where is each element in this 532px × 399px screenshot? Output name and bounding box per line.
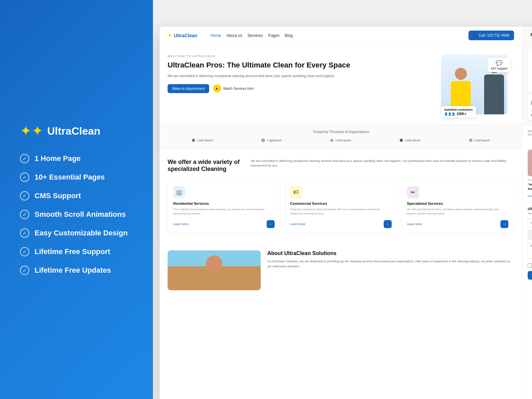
nav-link-services[interactable]: Services (247, 33, 263, 38)
testimonial-main-card: 👨 "The cleaning crew did an amazing job … (528, 49, 532, 91)
check-icon: ✓ (20, 154, 29, 163)
trusted-logo-3: ✳ Lorel Ipsum (330, 138, 351, 143)
read-more-link[interactable]: Read More → (528, 195, 532, 198)
services-description: We are committed to delivering exception… (251, 159, 514, 173)
contact-agree-checkbox-row: I agree that my submitted data is being … (528, 263, 532, 268)
service-card-specialized: ✂ Specialized Services We offer speciali… (401, 181, 514, 234)
trusted-logo-2: ⚙ Logoipsum (261, 138, 282, 143)
about-description: At UltraClean Solutions, we are dedicate… (267, 259, 514, 269)
residential-arrow[interactable]: → (267, 220, 275, 228)
watch-button[interactable]: ▶ Watch Services Intro (213, 84, 254, 92)
feature-lifetime-support: ✓ Lifetime Free Support (20, 247, 133, 256)
right-area: ✦ UltraClean Home About us Services Page… (153, 0, 532, 399)
nav-logo-text: UltraClean (174, 33, 197, 38)
feature-label: Smooth Scroll Animations (35, 210, 126, 219)
about-content: About UltraClean Solutions At UltraClean… (267, 250, 514, 290)
check-icon: ✓ (20, 191, 29, 200)
specialized-desc: We offer specialized services, including… (407, 207, 508, 216)
feature-home-page: ✓ 1 Home Page (20, 154, 133, 163)
feature-label: CMS Support (35, 192, 81, 200)
check-icon: ✓ (20, 173, 29, 182)
residential-title: Residential Services (173, 201, 275, 205)
worker2-body (484, 74, 504, 114)
nav-link-home[interactable]: Home (210, 33, 221, 38)
blog-committed-text: We are committed to delivering exception… (528, 129, 532, 136)
appointment-button[interactable]: Make An Appointment (168, 84, 209, 93)
logo-icon-5: ❊ (469, 138, 473, 143)
hero-buttons: Make An Appointment ▶ Watch Services Int… (168, 84, 434, 93)
hero-image-area: 💬 24/7 support Satisfied customers 👤👤👤 1… (441, 55, 514, 114)
nav-cta-label: 📞 Call: 123 732 4849 (473, 33, 509, 38)
logo-icon-1: ❋ (192, 138, 196, 143)
about-section: About UltraClean Solutions At UltraClean… (160, 244, 522, 297)
commercial-arrow[interactable]: → (384, 220, 392, 228)
feature-label: 1 Home Page (35, 154, 80, 163)
feature-label: 10+ Essential Pages (35, 173, 105, 182)
trusted-logo-1: ❋ Lorel Ipsum (192, 138, 213, 143)
contact-message-textarea[interactable] (528, 242, 532, 259)
service-card-commercial: 🏷 Commercial Services Keep your workplac… (284, 181, 397, 234)
play-icon: ▶ (213, 84, 221, 92)
logo-stars-icon: ✦✦ (20, 124, 43, 138)
contact-submit-button[interactable]: Send Message (528, 271, 532, 280)
blog-meta: 06 June 2024 · Johan Smiffs (528, 179, 532, 181)
feature-essential-pages: ✓ 10+ Essential Pages (20, 173, 133, 182)
nav-link-blog[interactable]: Blog (285, 33, 293, 38)
feature-label: Easy Customizable Design (35, 229, 128, 237)
hero-section: WELCOME TO ULTRACLEAN UltraClean Pros: T… (160, 45, 522, 124)
hero-tag: WELCOME TO ULTRACLEAN (168, 55, 434, 58)
feature-cms-support: ✓ CMS Support (20, 191, 133, 200)
support-badge: 💬 24/7 support (487, 58, 511, 72)
satisfied-count: 100K+ (457, 112, 466, 116)
residential-desc: From regular housekeeping to deep cleani… (173, 207, 275, 216)
commercial-learn-more[interactable]: Learn More (290, 222, 305, 226)
check-icon: ✓ (20, 247, 29, 256)
satisfied-badge: Satisfied customers 👤👤👤 100K+ (441, 106, 476, 118)
about-person-head (206, 255, 222, 272)
nav-logo: ✦ UltraClean (168, 32, 197, 39)
nav-links: Home About us Services Pages Blog (210, 33, 462, 38)
trusted-bar: Trusted by Thousand of Organizations ❋ L… (160, 124, 522, 149)
specialized-footer: Learn More → (407, 220, 508, 228)
residential-learn-more[interactable]: Learn More (173, 222, 189, 226)
nav-logo-star-icon: ✦ (168, 32, 172, 39)
feature-label: Lifetime Free Updates (35, 266, 111, 275)
watch-label: Watch Services Intro (223, 87, 254, 90)
hero-description: We are committed to delivering exception… (168, 73, 434, 79)
check-icon: ✓ (20, 266, 29, 275)
contact-name-email-row (528, 218, 532, 227)
blog-area: We are committed to delivering exception… (522, 125, 532, 202)
residential-icon: 🏢 (173, 186, 185, 198)
contact-name-input[interactable] (528, 218, 532, 227)
hero-title: UltraClean Pros: The Ultimate Clean for … (168, 61, 434, 70)
support-icon: 💬 (491, 60, 507, 66)
hero-content: WELCOME TO ULTRACLEAN UltraClean Pros: T… (168, 55, 434, 93)
specialized-title: Specialized Services (407, 201, 508, 205)
feature-smooth-scroll: ✓ Smooth Scroll Animations (20, 210, 133, 219)
specialized-learn-more[interactable]: Learn More (407, 222, 422, 226)
nav-link-pages[interactable]: Pages (268, 33, 279, 38)
contact-agree-checkbox[interactable] (528, 263, 532, 268)
contact-services-select[interactable]: Services (528, 230, 532, 239)
logo-icon-3: ✳ (330, 138, 334, 143)
service-cards: 🏢 Residential Services From regular hous… (168, 181, 514, 234)
feature-easy-customize: ✓ Easy Customizable Design (20, 228, 133, 238)
testimonials-title: Read what our satisfied clients have to … (528, 32, 532, 44)
testimonial-row: 👤 "As a busy parent, th Thorough, friend… (528, 95, 532, 120)
nav-link-about[interactable]: About us (226, 33, 242, 38)
site-nav: ✦ UltraClean Home About us Services Page… (160, 27, 522, 45)
services-header: We offer a wide variety of specialized C… (168, 159, 514, 173)
services-title: We offer a wide variety of specialized C… (168, 159, 241, 173)
logo-text: UltraClean (47, 125, 100, 137)
commercial-desc: Keep your workplace clean and pristine w… (290, 207, 391, 216)
worker-head (455, 68, 467, 80)
trusted-logo-5: ❊ Lorel Ipsum (469, 138, 490, 143)
nav-cta-button[interactable]: 📞 Call: 123 732 4849 (468, 31, 514, 40)
specialized-arrow[interactable]: → (500, 220, 508, 228)
satisfied-label: Satisfied customers (444, 108, 473, 111)
contact-description: Whether you have questions, need a servi… (528, 212, 532, 215)
left-panel: ✦✦ UltraClean ✓ 1 Home Page ✓ 10+ Essent… (0, 0, 153, 399)
contact-form-area: ch with us Whether you have questions, n… (522, 202, 532, 399)
testimonials-area: Read what our satisfied clients have to … (522, 27, 532, 125)
logo-icon-4: ✺ (399, 138, 403, 143)
